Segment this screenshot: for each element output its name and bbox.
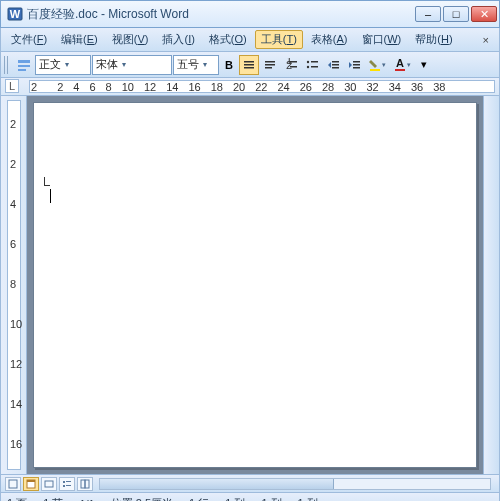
svg-text:W: W bbox=[10, 8, 21, 20]
window-title: 百度经验.doc - Microsoft Word bbox=[27, 6, 415, 23]
menu-table[interactable]: 表格(A) bbox=[305, 30, 354, 49]
svg-rect-30 bbox=[27, 480, 35, 482]
highlight-color-button[interactable]: ▾ bbox=[365, 55, 389, 75]
menu-window[interactable]: 窗口(W) bbox=[356, 30, 408, 49]
svg-rect-20 bbox=[332, 64, 339, 66]
svg-text:A: A bbox=[396, 58, 404, 69]
document-close-button[interactable]: × bbox=[477, 32, 495, 48]
menu-view[interactable]: 视图(V) bbox=[106, 30, 155, 49]
close-button[interactable]: ✕ bbox=[471, 6, 497, 22]
svg-rect-18 bbox=[311, 66, 318, 68]
outline-view-button[interactable] bbox=[59, 477, 75, 491]
style-dropdown[interactable]: 正文▾ bbox=[35, 55, 91, 75]
menu-edit[interactable]: 编辑(E) bbox=[55, 30, 104, 49]
tab-selector[interactable]: L bbox=[5, 79, 19, 93]
svg-rect-28 bbox=[9, 480, 17, 488]
svg-rect-5 bbox=[244, 61, 254, 63]
svg-rect-8 bbox=[265, 61, 275, 63]
document-area[interactable] bbox=[27, 96, 483, 474]
increase-indent-button[interactable] bbox=[344, 55, 364, 75]
align-distribute-button[interactable] bbox=[260, 55, 280, 75]
svg-rect-6 bbox=[244, 64, 254, 66]
vertical-ruler[interactable]: 2246810121416 bbox=[1, 96, 27, 474]
vertical-scrollbar[interactable] bbox=[483, 96, 499, 474]
align-justify-button[interactable] bbox=[239, 55, 259, 75]
font-size-dropdown[interactable]: 五号▾ bbox=[173, 55, 219, 75]
svg-rect-16 bbox=[311, 61, 318, 63]
toolbar-overflow-button[interactable]: ▾ bbox=[415, 55, 433, 75]
menu-insert[interactable]: 插入(I) bbox=[156, 30, 200, 49]
svg-rect-33 bbox=[66, 481, 71, 482]
print-layout-view-button[interactable] bbox=[23, 477, 39, 491]
svg-rect-34 bbox=[63, 485, 65, 487]
svg-rect-23 bbox=[353, 64, 360, 66]
titlebar: W 百度经验.doc - Microsoft Word – □ ✕ bbox=[0, 0, 500, 28]
ruler-h-numbers: 22468101214161820222426283032343638 bbox=[31, 81, 445, 93]
menubar: 文件(F) 编辑(E) 视图(V) 插入(I) 格式(O) 工具(T) 表格(A… bbox=[0, 28, 500, 52]
editor-body: 2246810121416 bbox=[0, 96, 500, 475]
svg-text:2: 2 bbox=[286, 59, 292, 71]
svg-point-15 bbox=[307, 60, 309, 62]
statusbar: 1 页 1 节 1/1 位置 2.5厘米 1 行 1 列 1 列 1 列 bbox=[0, 493, 500, 501]
svg-rect-19 bbox=[332, 61, 339, 63]
svg-point-17 bbox=[307, 65, 309, 67]
status-col-3: 1 列 bbox=[298, 496, 318, 501]
status-pages: 1/1 bbox=[79, 498, 94, 502]
svg-rect-14 bbox=[290, 66, 297, 68]
maximize-button[interactable]: □ bbox=[443, 6, 469, 22]
numbered-list-button[interactable]: 12 bbox=[281, 55, 301, 75]
status-position: 位置 2.5厘米 bbox=[111, 496, 173, 501]
status-col-2: 1 列 bbox=[261, 496, 281, 501]
menu-tools[interactable]: 工具(T) bbox=[255, 30, 303, 49]
paragraph-mark-icon bbox=[44, 177, 50, 186]
formatting-toolbar: 正文▾ 宋体▾ 五号▾ B 12 ▾ A▾ ▾ bbox=[0, 52, 500, 78]
word-app-icon: W bbox=[7, 6, 23, 22]
svg-rect-31 bbox=[45, 481, 53, 487]
normal-view-button[interactable] bbox=[5, 477, 21, 491]
font-color-button[interactable]: A▾ bbox=[390, 55, 414, 75]
web-layout-view-button[interactable] bbox=[41, 477, 57, 491]
font-dropdown[interactable]: 宋体▾ bbox=[92, 55, 172, 75]
minimize-button[interactable]: – bbox=[415, 6, 441, 22]
view-bar bbox=[0, 475, 500, 493]
bold-button[interactable]: B bbox=[220, 55, 238, 75]
status-col-1: 1 列 bbox=[225, 496, 245, 501]
status-section: 1 节 bbox=[43, 496, 63, 501]
svg-rect-4 bbox=[18, 69, 26, 71]
svg-rect-36 bbox=[81, 480, 85, 488]
svg-rect-25 bbox=[370, 69, 380, 71]
svg-rect-9 bbox=[265, 64, 275, 66]
svg-rect-35 bbox=[66, 485, 71, 486]
reading-view-button[interactable] bbox=[77, 477, 93, 491]
bulleted-list-button[interactable] bbox=[302, 55, 322, 75]
menu-file[interactable]: 文件(F) bbox=[5, 30, 53, 49]
svg-rect-37 bbox=[85, 480, 89, 488]
page[interactable] bbox=[33, 102, 477, 468]
toolbar-grip[interactable] bbox=[4, 56, 10, 74]
horizontal-ruler[interactable]: L 22468101214161820222426283032343638 bbox=[0, 78, 500, 96]
svg-rect-10 bbox=[265, 67, 272, 69]
decrease-indent-button[interactable] bbox=[323, 55, 343, 75]
svg-rect-24 bbox=[353, 67, 360, 69]
svg-rect-32 bbox=[63, 481, 65, 483]
svg-rect-21 bbox=[332, 67, 339, 69]
styles-pane-button[interactable] bbox=[14, 55, 34, 75]
horizontal-scrollbar-thumb[interactable] bbox=[100, 479, 334, 489]
status-line: 1 行 bbox=[189, 496, 209, 501]
ruler-v-numbers: 2246810121416 bbox=[10, 104, 22, 450]
svg-rect-27 bbox=[395, 69, 405, 71]
status-page: 1 页 bbox=[7, 496, 27, 501]
horizontal-scrollbar[interactable] bbox=[99, 478, 491, 490]
svg-rect-3 bbox=[18, 65, 30, 67]
menu-format[interactable]: 格式(O) bbox=[203, 30, 253, 49]
svg-rect-22 bbox=[353, 61, 360, 63]
svg-rect-2 bbox=[18, 60, 30, 63]
menu-help[interactable]: 帮助(H) bbox=[409, 30, 458, 49]
svg-rect-7 bbox=[244, 67, 254, 69]
text-cursor bbox=[50, 189, 51, 203]
